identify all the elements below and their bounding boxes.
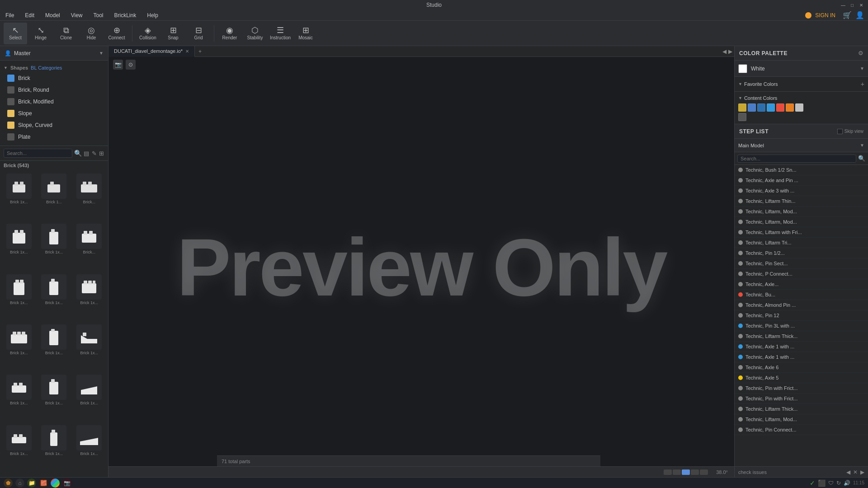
color-swatch[interactable]	[748, 103, 756, 112]
sign-in-button[interactable]: SIGN IN	[815, 12, 835, 19]
list-item[interactable]: Technic, Bush 1/2 Sn...	[735, 165, 868, 175]
list-item[interactable]: Technic, Axle 6	[735, 362, 868, 373]
grid-view-button[interactable]: ⊞	[99, 150, 104, 157]
category-plate[interactable]: Plate	[0, 131, 108, 143]
connect-tool[interactable]: ⊕ Connect	[105, 23, 128, 44]
search-button[interactable]: 🔍	[74, 150, 82, 157]
list-item[interactable]: Technic, Liftarm Thick...	[735, 404, 868, 414]
sync-button[interactable]: ↻	[836, 480, 841, 486]
list-item[interactable]: Technic, Bu...	[735, 290, 868, 300]
clone-tool[interactable]: ⧉ Clone	[54, 23, 78, 44]
lego-button[interactable]: ⬟	[4, 479, 13, 488]
list-item[interactable]: Brick 1x...	[37, 222, 71, 271]
list-item[interactable]: Technic, Liftarm with Fri...	[735, 227, 868, 238]
skip-view-checkbox[interactable]	[837, 129, 843, 134]
list-item[interactable]: Brick 1x...	[2, 172, 36, 221]
category-brick-modified[interactable]: Brick, Modified	[0, 96, 108, 108]
list-item[interactable]: Technic, Liftarm, Mod...	[735, 414, 868, 425]
menu-bricklink[interactable]: BrickLink	[113, 11, 138, 19]
color-swatch[interactable]	[776, 103, 784, 112]
list-item[interactable]: Technic, Axle and Pin ...	[735, 175, 868, 186]
list-item[interactable]: Technic, Axle...	[735, 279, 868, 290]
category-brick[interactable]: Brick	[0, 72, 108, 84]
menu-file[interactable]: File	[4, 11, 16, 19]
list-item[interactable]: Brick 1x...	[72, 373, 106, 422]
list-item[interactable]: Technic, Pin with Frict...	[735, 383, 868, 394]
cart-button[interactable]: 🛒	[843, 11, 852, 19]
search-input[interactable]	[4, 149, 72, 158]
list-item[interactable]: Technic, Liftarm Tri...	[735, 238, 868, 248]
category-slope[interactable]: Slope	[0, 108, 108, 119]
list-item[interactable]: Brick 1x...	[72, 423, 106, 473]
build-status-indicator[interactable]: ✓	[810, 479, 815, 487]
shapes-header[interactable]: ▼ Shapes BL Categories	[0, 63, 108, 72]
camera-button[interactable]: 📷	[113, 60, 123, 70]
panel-expand-button[interactable]: ▶	[728, 48, 732, 55]
add-favorite-color-button[interactable]: +	[861, 80, 864, 88]
list-item[interactable]: Technic, Axle 1 with ...	[735, 352, 868, 362]
photo-button[interactable]: 📷	[62, 479, 71, 488]
category-brick-round[interactable]: Brick, Round	[0, 84, 108, 96]
warning-indicator[interactable]: ⬛	[818, 479, 826, 487]
list-item[interactable]: Technic, Pin with Frict...	[735, 394, 868, 404]
instruction-tool[interactable]: ☰ Instruction	[269, 23, 292, 44]
color-swatch[interactable]	[786, 103, 794, 112]
list-item[interactable]: Brick 1x...	[72, 272, 106, 322]
list-item[interactable]: Technic, Axle 3 with ...	[735, 186, 868, 196]
collision-tool[interactable]: ◈ Collision	[136, 23, 160, 44]
list-view-button[interactable]: ▤	[84, 150, 90, 157]
tab-close-button[interactable]: ✕	[185, 49, 189, 54]
color-picker-button[interactable]	[51, 479, 60, 488]
folder-button[interactable]: 📁	[27, 479, 36, 488]
list-item[interactable]: Brick 1x...	[72, 323, 106, 372]
list-item[interactable]: Brick 1x...	[2, 323, 36, 372]
user-button[interactable]: 👤	[855, 11, 864, 19]
check-prev-button[interactable]: ◀	[846, 469, 850, 475]
color-selector[interactable]: White ▼	[735, 61, 868, 77]
list-item[interactable]: Technic, Liftarm Thin...	[735, 196, 868, 206]
list-item[interactable]: Brick 1x...	[37, 423, 71, 473]
list-item[interactable]: Brick 1x...	[2, 423, 36, 473]
list-item[interactable]: Technic, Pin Connect...	[735, 425, 868, 435]
menu-model[interactable]: Model	[43, 11, 62, 19]
snap-tool[interactable]: ⊞ Snap	[161, 23, 185, 44]
check-next-button[interactable]: ▶	[860, 469, 864, 475]
zoom-level[interactable]: 38.0°	[714, 469, 730, 475]
volume-button[interactable]: 🔊	[844, 480, 850, 486]
maximize-button[interactable]: □	[849, 2, 855, 8]
list-item[interactable]: Brick 1...	[37, 172, 71, 221]
list-item[interactable]: Brick 1x...	[2, 222, 36, 271]
check-close-button[interactable]: ✕	[853, 469, 858, 475]
menu-tool[interactable]: Tool	[92, 11, 105, 19]
grid-tool[interactable]: ⊟ Grid	[187, 23, 210, 44]
menu-view[interactable]: View	[69, 11, 85, 19]
step-search-button[interactable]: 🔍	[858, 155, 865, 162]
brick-library-button[interactable]: 🧱	[39, 479, 48, 488]
home-button[interactable]: ⌂	[15, 479, 24, 488]
list-item[interactable]: Brick 1x...	[37, 323, 71, 372]
list-item[interactable]: Brick 1x...	[2, 272, 36, 322]
list-item[interactable]: Brick 1x...	[37, 373, 71, 422]
main-model-bar[interactable]: Main Model ▼	[735, 139, 868, 152]
list-item[interactable]: Technic, Pin Sect...	[735, 258, 868, 269]
master-dropdown[interactable]: 👤 Master ▼	[0, 46, 108, 61]
panel-collapse-button[interactable]: ◀	[722, 48, 726, 55]
stability-tool[interactable]: ⬡ Stability	[243, 23, 267, 44]
select-tool[interactable]: ↖ Select	[4, 23, 27, 44]
minimize-button[interactable]: —	[840, 2, 846, 8]
favorite-colors-header[interactable]: ▼ Favorite Colors +	[738, 80, 864, 89]
list-item[interactable]: Technic, Pin 12	[735, 310, 868, 321]
window-controls[interactable]: — □ ✕	[840, 2, 864, 8]
viewport-settings-button[interactable]: ⊙	[126, 60, 136, 70]
tab-add-button[interactable]: +	[195, 48, 205, 55]
list-item[interactable]: Brick 1x...	[37, 272, 71, 322]
skip-view-control[interactable]: Skip view	[837, 129, 863, 134]
hinge-tool[interactable]: ⤡ Hinge	[29, 23, 52, 44]
list-item[interactable]: Technic, Liftarm, Mod...	[735, 206, 868, 217]
list-item[interactable]: Brick...	[72, 222, 106, 271]
render-tool[interactable]: ◉ Render	[218, 23, 241, 44]
hide-tool[interactable]: ◎ Hide	[80, 23, 103, 44]
list-item[interactable]: Technic, Axle 5	[735, 373, 868, 383]
list-item[interactable]: Technic, Almond Pin ...	[735, 300, 868, 310]
list-item[interactable]: Technic, Pin 1/2...	[735, 248, 868, 258]
